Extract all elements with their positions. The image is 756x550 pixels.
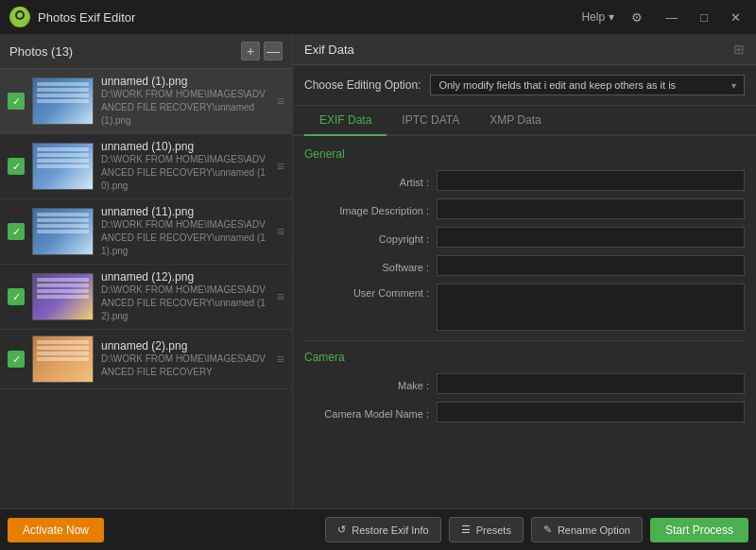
svg-rect-4 [15, 25, 25, 26]
form-input-usercomment[interactable] [437, 284, 745, 331]
photo-checkbox[interactable]: ✓ [8, 223, 25, 240]
photo-checkbox[interactable]: ✓ [8, 288, 25, 305]
form-label: Copyright : [304, 230, 437, 245]
photo-checkbox[interactable]: ✓ [8, 158, 25, 175]
right-panel: Exif Data ⊞ Choose Editing Option: Only … [293, 34, 756, 508]
form-label: Camera Model Name : [304, 404, 437, 420]
photo-item[interactable]: ✓unnamed (12).pngD:\WORK FROM HOME\IMAGE… [0, 265, 292, 330]
presets-button[interactable]: ☰ Presets [449, 517, 524, 542]
main-layout: Photos (13) + — ✓unnamed (1).pngD:\WORK … [0, 34, 756, 508]
photo-menu-icon[interactable]: ≡ [277, 289, 284, 304]
photo-name: unnamed (11).png [101, 205, 269, 218]
photo-header-buttons: + — [241, 42, 283, 60]
photo-checkbox[interactable]: ✓ [8, 93, 25, 110]
photo-item[interactable]: ✓unnamed (11).pngD:\WORK FROM HOME\IMAGE… [0, 199, 292, 265]
editing-option-row: Choose Editing Option: Only modify field… [293, 65, 756, 106]
photo-checkbox[interactable]: ✓ [8, 351, 25, 368]
svg-point-2 [17, 12, 23, 18]
close-button[interactable]: ✕ [725, 9, 747, 26]
rename-icon: ✎ [543, 524, 552, 536]
form-input-imagedescription[interactable] [437, 198, 745, 219]
form-label: User Comment : [304, 284, 437, 299]
editing-select-arrow-icon: ▾ [731, 80, 736, 91]
tab-exif-data[interactable]: EXIF Data [304, 106, 387, 136]
form-row: Camera Model Name : [304, 402, 745, 422]
photo-item[interactable]: ✓unnamed (1).pngD:\WORK FROM HOME\IMAGES… [0, 69, 292, 134]
photo-path: D:\WORK FROM HOME\IMAGES\ADVANCED FILE R… [101, 218, 269, 258]
general-section-title: General [304, 147, 745, 161]
help-chevron-icon: ▾ [609, 10, 614, 24]
general-fields: Artist :Image Description :Copyright :So… [304, 170, 745, 331]
photo-menu-icon[interactable]: ≡ [277, 352, 284, 367]
photo-name: unnamed (1).png [101, 75, 269, 88]
form-label: Artist : [304, 173, 437, 188]
rename-option-button[interactable]: ✎ Rename Option [531, 517, 643, 542]
form-row: Make : [304, 373, 745, 394]
restore-exif-button[interactable]: ↺ Restore Exif Info [325, 517, 440, 542]
photo-path: D:\WORK FROM HOME\IMAGES\ADVANCED FILE R… [101, 352, 269, 379]
photo-thumbnail [32, 273, 94, 320]
photo-thumbnail [32, 143, 94, 190]
camera-fields: Make :Camera Model Name : [304, 373, 745, 422]
app-logo [9, 7, 30, 27]
form-label: Make : [304, 376, 437, 391]
form-label: Software : [304, 258, 437, 273]
section-divider [304, 340, 745, 341]
photo-item[interactable]: ✓unnamed (2).pngD:\WORK FROM HOME\IMAGES… [0, 330, 292, 389]
exif-data-title: Exif Data [304, 43, 354, 57]
photo-thumbnail [32, 77, 94, 125]
title-bar-left: Photos Exif Editor [9, 7, 135, 27]
photo-thumbnail [32, 208, 94, 255]
presets-label: Presets [476, 524, 511, 536]
photo-list: ✓unnamed (1).pngD:\WORK FROM HOME\IMAGES… [0, 69, 292, 508]
form-input-artist[interactable] [437, 170, 745, 191]
rename-label: Rename Option [558, 524, 630, 536]
form-row: Image Description : [304, 198, 745, 219]
tabs-row: EXIF DataIPTC DATAXMP Data [293, 106, 756, 136]
photo-name: unnamed (10).png [101, 140, 269, 153]
title-bar: Photos Exif Editor Help ▾ ⚙ — □ ✕ [0, 0, 756, 34]
right-panel-header: Exif Data ⊞ [293, 34, 756, 65]
maximize-button[interactable]: □ [695, 9, 713, 26]
restore-icon: ↺ [337, 524, 346, 536]
form-input-cameramodelname[interactable] [437, 402, 745, 422]
form-label: Image Description : [304, 201, 437, 216]
tab-iptc-data[interactable]: IPTC DATA [387, 106, 474, 136]
editing-option-value: Only modify fields that i edit and keep … [438, 79, 676, 91]
photo-info: unnamed (11).pngD:\WORK FROM HOME\IMAGES… [101, 205, 269, 258]
photo-name: unnamed (2).png [101, 339, 269, 352]
activate-button[interactable]: Activate Now [8, 518, 104, 542]
form-row: Software : [304, 255, 745, 276]
photo-path: D:\WORK FROM HOME\IMAGES\ADVANCED FILE R… [101, 88, 269, 128]
title-bar-right: Help ▾ ⚙ — □ ✕ [581, 9, 747, 26]
form-input-software[interactable] [437, 255, 745, 276]
add-photo-button[interactable]: + [241, 42, 260, 60]
photo-info: unnamed (2).pngD:\WORK FROM HOME\IMAGES\… [101, 339, 269, 379]
settings-button[interactable]: ⚙ [626, 9, 648, 26]
photo-menu-icon[interactable]: ≡ [277, 94, 284, 109]
photo-name: unnamed (12).png [101, 270, 269, 284]
photo-info: unnamed (12).pngD:\WORK FROM HOME\IMAGES… [101, 270, 269, 323]
panel-menu-icon[interactable]: ⊞ [733, 42, 745, 57]
form-row: Artist : [304, 170, 745, 191]
photo-info: unnamed (10).pngD:\WORK FROM HOME\IMAGES… [101, 140, 269, 193]
camera-section-title: Camera [304, 351, 745, 364]
help-button[interactable]: Help ▾ [581, 10, 614, 24]
photo-menu-icon[interactable]: ≡ [277, 224, 284, 239]
photo-item[interactable]: ✓unnamed (10).pngD:\WORK FROM HOME\IMAGE… [0, 134, 292, 199]
editing-option-select[interactable]: Only modify fields that i edit and keep … [430, 75, 745, 95]
left-panel: Photos (13) + — ✓unnamed (1).pngD:\WORK … [0, 34, 293, 508]
form-input-make[interactable] [437, 373, 745, 394]
tab-xmp-data[interactable]: XMP Data [474, 106, 556, 136]
bottom-bar: Activate Now ↺ Restore Exif Info ☰ Prese… [0, 508, 756, 550]
start-process-button[interactable]: Start Process [650, 518, 748, 542]
photo-menu-icon[interactable]: ≡ [277, 159, 284, 174]
remove-photo-button[interactable]: — [264, 42, 283, 60]
photo-thumbnail [32, 335, 94, 383]
app-title: Photos Exif Editor [38, 10, 135, 25]
help-label: Help [581, 10, 605, 24]
form-input-copyright[interactable] [437, 227, 745, 248]
presets-icon: ☰ [461, 524, 471, 536]
photo-path: D:\WORK FROM HOME\IMAGES\ADVANCED FILE R… [101, 153, 269, 193]
minimize-button[interactable]: — [660, 9, 683, 26]
